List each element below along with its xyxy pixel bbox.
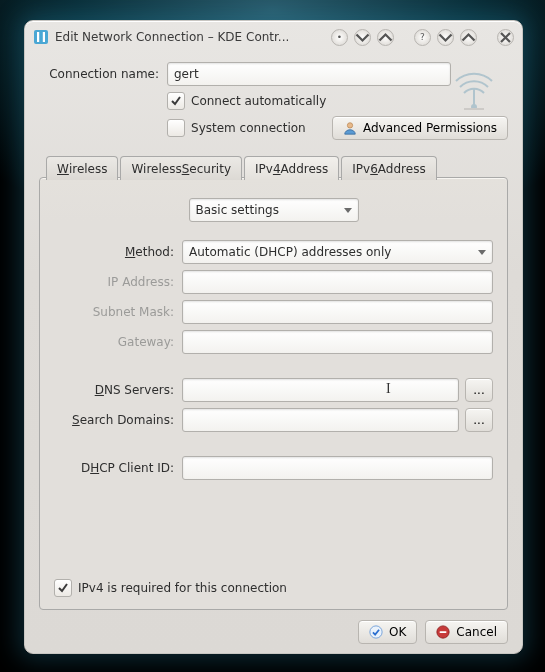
svg-rect-1 <box>37 32 39 42</box>
ok-icon <box>369 625 383 639</box>
method-select[interactable] <box>182 240 493 264</box>
method-value[interactable] <box>182 240 493 264</box>
minimize-button[interactable] <box>437 29 454 46</box>
ip-address-label: IP Address: <box>54 275 182 289</box>
ip-address-input <box>182 270 493 294</box>
dns-servers-input[interactable] <box>182 378 459 402</box>
maximize-button[interactable] <box>460 29 477 46</box>
advanced-permissions-button[interactable]: Advanced Permissions <box>332 116 508 140</box>
connection-name-label: Connection name: <box>39 67 167 81</box>
system-connection-label: System connection <box>191 121 306 135</box>
ipv4-required-checkbox[interactable] <box>54 579 72 597</box>
tab-wireless-security[interactable]: Wireless Security <box>120 156 242 180</box>
dhcp-client-id-label: DHCP Client ID: <box>54 461 182 475</box>
method-label: Method: <box>54 245 182 259</box>
user-icon <box>343 121 357 135</box>
ok-button[interactable]: OK <box>358 620 417 644</box>
connect-automatically-label: Connect automatically <box>191 94 326 108</box>
svg-rect-7 <box>440 631 447 633</box>
search-domains-more-button[interactable]: ... <box>465 408 493 432</box>
tabs-container: Wireless Wireless Security IPv4 Address … <box>39 177 508 610</box>
search-domains-input[interactable] <box>182 408 459 432</box>
ok-label: OK <box>389 625 406 639</box>
window-title: Edit Network Connection – KDE Contr... <box>55 30 331 44</box>
cancel-button[interactable]: Cancel <box>425 620 508 644</box>
titlebar: Edit Network Connection – KDE Contr... •… <box>25 21 522 50</box>
help-button[interactable]: ? <box>414 29 431 46</box>
titlebar-shade-down-button[interactable] <box>354 29 371 46</box>
tab-wireless[interactable]: Wireless <box>46 156 118 180</box>
svg-rect-0 <box>34 30 48 44</box>
dns-servers-more-button[interactable]: ... <box>465 378 493 402</box>
app-icon <box>33 29 49 45</box>
ipv4-required-label: IPv4 is required for this connection <box>78 581 287 595</box>
cancel-label: Cancel <box>456 625 497 639</box>
cancel-icon <box>436 625 450 639</box>
subnet-mask-input <box>182 300 493 324</box>
settings-scope-select[interactable] <box>189 198 359 222</box>
titlebar-menu-button[interactable]: • <box>331 29 348 46</box>
svg-point-4 <box>347 123 352 128</box>
connect-automatically-checkbox[interactable] <box>167 92 185 110</box>
gateway-input <box>182 330 493 354</box>
dhcp-client-id-input[interactable] <box>182 456 493 480</box>
dialog-window: Edit Network Connection – KDE Contr... •… <box>24 20 523 654</box>
search-domains-label: Search Domains: <box>54 413 182 427</box>
advanced-permissions-label: Advanced Permissions <box>363 121 497 135</box>
subnet-mask-label: Subnet Mask: <box>54 305 182 319</box>
dns-servers-label: DNS Servers: <box>54 383 182 397</box>
svg-point-5 <box>370 626 382 638</box>
settings-scope-value[interactable] <box>189 198 359 222</box>
gateway-label: Gateway: <box>54 335 182 349</box>
svg-rect-2 <box>43 32 45 42</box>
tab-ipv4-address[interactable]: IPv4 Address <box>244 156 339 180</box>
connection-name-input[interactable] <box>167 62 451 86</box>
wifi-decoration-icon <box>450 67 498 115</box>
titlebar-shade-up-button[interactable] <box>377 29 394 46</box>
close-button[interactable] <box>497 29 514 46</box>
tab-ipv6-address[interactable]: IPv6 Address <box>341 156 436 180</box>
system-connection-checkbox[interactable] <box>167 119 185 137</box>
